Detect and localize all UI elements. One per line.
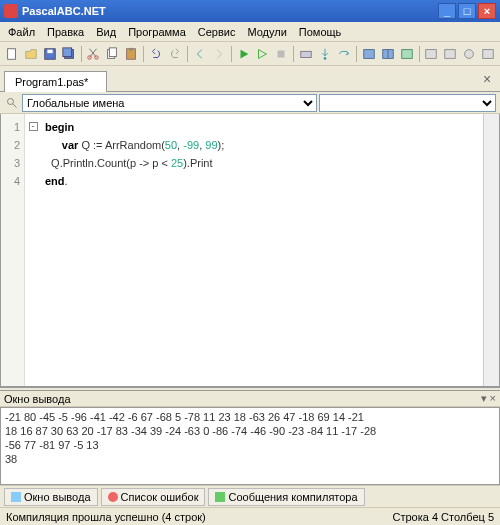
scope-dropdown[interactable]: Глобальные имена: [22, 94, 317, 112]
line-gutter: 1 2 3 4: [1, 114, 25, 386]
output-line: -56 77 -81 97 -5 13: [5, 438, 495, 452]
run-icon[interactable]: [235, 45, 253, 63]
output-panel[interactable]: -21 80 -45 -5 -96 -41 -42 -6 67 -68 5 -7…: [0, 407, 500, 485]
kw-end: end: [45, 175, 65, 187]
tab-close-icon[interactable]: ×: [478, 70, 496, 88]
line-number: 3: [1, 154, 20, 172]
menu-view[interactable]: Вид: [90, 24, 122, 40]
bottom-tabs: Окно вывода Список ошибок Сообщения комп…: [0, 485, 500, 507]
kw-var: var: [62, 139, 79, 151]
editor-scrollbar[interactable]: [483, 114, 499, 386]
stop-icon[interactable]: [272, 45, 290, 63]
status-left: Компиляция прошла успешно (4 строк): [6, 511, 206, 523]
app-icon: [4, 4, 18, 18]
back-icon[interactable]: [191, 45, 209, 63]
cut-icon[interactable]: [85, 45, 103, 63]
svg-rect-4: [62, 47, 71, 56]
window-title: PascalABC.NET: [22, 5, 436, 17]
ext1-icon[interactable]: [423, 45, 441, 63]
output-line: 18 16 87 30 63 20 -17 83 -34 39 -24 -63 …: [5, 424, 495, 438]
svg-rect-8: [110, 47, 117, 56]
menu-bar: Файл Правка Вид Программа Сервис Модули …: [0, 22, 500, 42]
save-all-icon[interactable]: [60, 45, 78, 63]
svg-rect-11: [278, 50, 285, 57]
svg-rect-19: [445, 49, 456, 58]
code-area[interactable]: begin var Q := ArrRandom(50, -99, 99); Q…: [41, 114, 483, 386]
save-icon[interactable]: [41, 45, 59, 63]
menu-edit[interactable]: Правка: [41, 24, 90, 40]
minimize-button[interactable]: _: [438, 3, 456, 19]
line-number: 1: [1, 118, 20, 136]
svg-line-23: [13, 103, 17, 107]
window1-icon[interactable]: [360, 45, 378, 63]
status-bar: Компиляция прошла успешно (4 строк) Стро…: [0, 507, 500, 525]
toolbar-separator: [187, 46, 188, 62]
btab-output[interactable]: Окно вывода: [4, 488, 98, 506]
menu-file[interactable]: Файл: [2, 24, 41, 40]
svg-rect-10: [129, 47, 133, 50]
step-into-icon[interactable]: [316, 45, 334, 63]
svg-rect-12: [301, 51, 312, 57]
maximize-button[interactable]: □: [458, 3, 476, 19]
redo-icon[interactable]: [166, 45, 184, 63]
svg-rect-18: [426, 49, 437, 58]
toolbar-separator: [356, 46, 357, 62]
forward-icon[interactable]: [210, 45, 228, 63]
output-title: Окно вывода: [4, 393, 71, 405]
output-header: Окно вывода ▾ ×: [0, 391, 500, 407]
paste-icon[interactable]: [122, 45, 140, 63]
btab-compiler[interactable]: Сообщения компилятора: [208, 488, 364, 506]
menu-program[interactable]: Программа: [122, 24, 192, 40]
step-over-icon[interactable]: [335, 45, 353, 63]
code-editor: 1 2 3 4 - begin var Q := ArrRandom(50, -…: [0, 114, 500, 387]
member-dropdown[interactable]: [319, 94, 496, 112]
menu-modules[interactable]: Модули: [241, 24, 292, 40]
fold-column: -: [25, 114, 41, 386]
window3-icon[interactable]: [398, 45, 416, 63]
new-file-icon[interactable]: [3, 45, 21, 63]
svg-point-22: [8, 98, 14, 104]
undo-icon[interactable]: [147, 45, 165, 63]
ext3-icon[interactable]: [460, 45, 478, 63]
svg-rect-2: [47, 49, 52, 53]
file-tab[interactable]: Program1.pas*: [4, 71, 107, 92]
toolbar-separator: [231, 46, 232, 62]
status-right: Строка 4 Столбец 5: [392, 511, 494, 523]
btab-errors[interactable]: Список ошибок: [101, 488, 206, 506]
fold-minus-icon[interactable]: -: [29, 122, 38, 131]
ext4-icon[interactable]: [479, 45, 497, 63]
svg-point-20: [465, 49, 474, 58]
run-no-debug-icon[interactable]: [254, 45, 272, 63]
open-file-icon[interactable]: [22, 45, 40, 63]
close-button[interactable]: ×: [478, 3, 496, 19]
svg-rect-14: [364, 49, 375, 58]
line-number: 4: [1, 172, 20, 190]
output-close-icon[interactable]: ▾ ×: [481, 392, 496, 405]
ext2-icon[interactable]: [441, 45, 459, 63]
menu-service[interactable]: Сервис: [192, 24, 242, 40]
svg-rect-0: [8, 48, 16, 59]
svg-point-13: [324, 57, 327, 60]
copy-icon[interactable]: [103, 45, 121, 63]
compile-icon[interactable]: [297, 45, 315, 63]
toolbar-separator: [419, 46, 420, 62]
search-icon[interactable]: [4, 95, 20, 111]
toolbar: [0, 42, 500, 66]
toolbar-separator: [81, 46, 82, 62]
title-bar: PascalABC.NET _ □ ×: [0, 0, 500, 22]
scope-row: Глобальные имена: [0, 92, 500, 114]
menu-help[interactable]: Помощь: [293, 24, 348, 40]
tab-bar: Program1.pas* ×: [0, 66, 500, 92]
line-number: 2: [1, 136, 20, 154]
svg-rect-21: [483, 49, 494, 58]
output-line: -21 80 -45 -5 -96 -41 -42 -6 67 -68 5 -7…: [5, 410, 495, 424]
kw-begin: begin: [45, 121, 74, 133]
output-line: 38: [5, 452, 495, 466]
window2-icon[interactable]: [379, 45, 397, 63]
toolbar-separator: [143, 46, 144, 62]
toolbar-separator: [293, 46, 294, 62]
svg-rect-17: [401, 49, 412, 58]
